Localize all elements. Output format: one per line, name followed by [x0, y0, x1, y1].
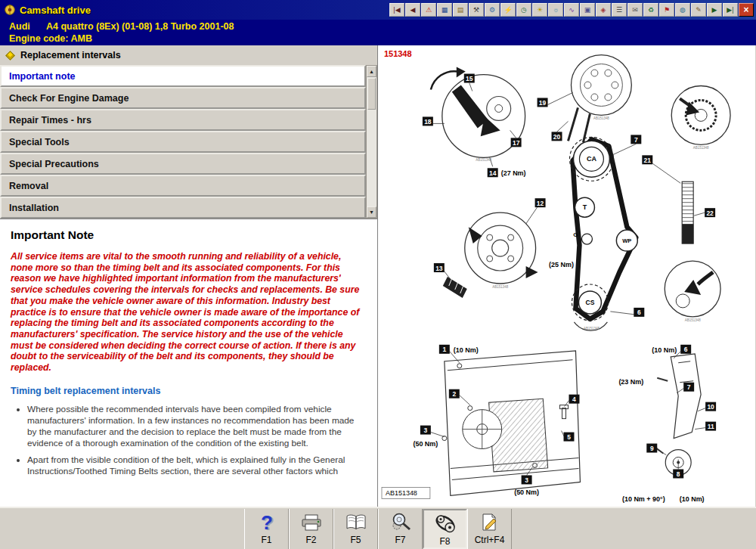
svg-text:AB151348: AB151348 — [476, 158, 491, 162]
component-icon[interactable]: ▣ — [580, 3, 595, 17]
gear-closeup — [671, 86, 730, 145]
topic-scrollbar[interactable]: ▲ ▼ — [366, 65, 377, 219]
diagnostics-icon[interactable]: ◈ — [596, 3, 611, 17]
manual-button[interactable]: F5 — [333, 509, 378, 549]
fn-label: F1 — [261, 535, 271, 545]
notes-icon[interactable]: ✎ — [691, 3, 706, 17]
service-clock-icon[interactable]: ◷ — [516, 3, 531, 17]
sidebar-item-repair-times-hrs[interactable]: Repair Times - hrs — [0, 109, 366, 131]
svg-text:13: 13 — [435, 265, 443, 272]
flag-icon[interactable]: ⚑ — [659, 3, 674, 17]
engine-code: Engine code: AMB — [9, 33, 756, 45]
fn-label: F8 — [439, 536, 450, 547]
menu-icon[interactable]: ☰ — [612, 3, 627, 17]
scroll-down-icon[interactable]: ▼ — [367, 206, 376, 218]
fn-label: F7 — [395, 535, 405, 545]
inspection-icon — [389, 510, 412, 535]
help-button[interactable]: ? ? F1 — [244, 509, 289, 549]
figure-ref-top: 151348 — [384, 49, 412, 58]
bulb-icon[interactable]: ☀ — [532, 3, 547, 17]
svg-text:4: 4 — [572, 395, 576, 403]
arrow-closeup — [665, 261, 720, 317]
svg-text:(23 Nm): (23 Nm) — [618, 378, 643, 386]
bracket-figure — [651, 354, 701, 476]
svg-text:CS: CS — [586, 299, 595, 306]
warning-icon[interactable]: ⚠ — [421, 3, 436, 17]
left-panel: Replacement intervals Important noteChec… — [0, 45, 378, 507]
scroll-up-icon[interactable]: ▲ — [367, 66, 376, 77]
svg-text:AB151348: AB151348 — [593, 116, 609, 120]
aircon-icon[interactable]: ☼ — [548, 3, 563, 17]
svg-text:3: 3 — [525, 476, 528, 484]
electrics-icon[interactable]: ⚡ — [500, 3, 516, 17]
article-title: Important Note — [11, 228, 365, 242]
sidebar-item-check-for-engine-damage[interactable]: Check For Engine Damage — [0, 87, 366, 109]
svg-text:7: 7 — [634, 136, 638, 144]
warning-text: All service items are vital to the smoot… — [11, 251, 365, 374]
nav-forward-icon[interactable]: ▶ — [707, 3, 722, 17]
svg-text:AB151348: AB151348 — [685, 318, 701, 322]
svg-text:(25 Nm): (25 Nm) — [549, 261, 574, 268]
svg-text:7: 7 — [687, 383, 691, 391]
report-icon[interactable]: ▤ — [453, 3, 468, 17]
svg-text:(10 Nm + 90°): (10 Nm + 90°) — [622, 495, 665, 503]
svg-text:18: 18 — [424, 118, 432, 126]
print-button[interactable]: F2 — [289, 509, 333, 549]
svg-text:8: 8 — [677, 470, 680, 478]
svg-text:AB151348: AB151348 — [492, 285, 508, 289]
sidebar-item-important-note[interactable]: Important note — [0, 65, 366, 87]
svg-text:(50 Nm): (50 Nm) — [514, 489, 539, 496]
belt-fragment — [443, 277, 467, 298]
wiring-icon[interactable]: ∿ — [564, 3, 579, 17]
inspection-button[interactable]: F7 — [378, 509, 423, 549]
fn-label: Ctrl+F4 — [475, 535, 505, 545]
settings-gear-icon[interactable]: ⚙ — [485, 3, 500, 17]
diamond-icon — [5, 51, 15, 60]
bullet-item: Apart from the visible condition of the … — [27, 454, 365, 477]
figure-ref-bottom: AB151348 — [386, 489, 417, 497]
svg-text:10: 10 — [707, 403, 714, 411]
belt-schematic — [569, 137, 637, 330]
svg-text:CA: CA — [587, 155, 596, 163]
mail-icon[interactable]: ✉ — [627, 3, 643, 17]
svg-text:WP: WP — [622, 237, 631, 244]
recycle-icon[interactable]: ♻ — [643, 3, 658, 17]
screen-icon[interactable]: ▦ — [437, 3, 452, 17]
help-icon: ? ? — [256, 510, 278, 535]
vehicle-make: Audi — [9, 20, 44, 33]
cam-sprocket-closeup — [568, 55, 631, 143]
svg-text:5: 5 — [567, 433, 571, 441]
svg-text:17: 17 — [513, 139, 520, 147]
fn-label: F5 — [350, 535, 361, 545]
svg-text:(10 Nm): (10 Nm) — [680, 495, 705, 503]
timing-belt-button[interactable]: F8 — [423, 509, 467, 549]
titlebar-toolbar: |◀◀⚠▦▤⚒⚙⚡◷☀☼∿▣◈☰✉♻⚑◍✎▶▶|× — [389, 3, 754, 17]
sidebar-item-installation[interactable]: Installation — [0, 197, 366, 219]
close-document-button[interactable]: Ctrl+F4 — [467, 509, 512, 549]
function-key-toolbar: ? ? F1 F2 F5 — [0, 507, 756, 549]
svg-text:(27 Nm): (27 Nm) — [501, 169, 526, 177]
sidebar-item-removal[interactable]: Removal — [0, 175, 366, 197]
svg-text:20: 20 — [553, 133, 561, 141]
svg-text:3: 3 — [424, 426, 428, 434]
sidebar-item-special-precautions[interactable]: Special Precautions — [0, 153, 366, 175]
svg-text:(50 Nm): (50 Nm) — [413, 440, 438, 448]
nav-back-icon[interactable]: ◀ — [405, 3, 420, 17]
article-subheading: Timing belt replacement intervals — [11, 386, 365, 396]
exit-icon[interactable]: × — [739, 3, 754, 17]
tools-icon[interactable]: ⚒ — [469, 3, 484, 17]
section-title: Replacement intervals — [20, 50, 121, 60]
scrollbar-thumb[interactable] — [367, 78, 376, 110]
sidebar-item-special-tools[interactable]: Special Tools — [0, 131, 366, 153]
bullet-list: Where possible the recommended intervals… — [11, 404, 365, 477]
nav-first-icon[interactable]: |◀ — [389, 3, 404, 17]
section-header: Replacement intervals — [0, 45, 377, 65]
belt-edge-strip — [682, 181, 693, 243]
globe-icon[interactable]: ◍ — [675, 3, 690, 17]
svg-text:9: 9 — [650, 445, 654, 452]
print-icon — [300, 510, 323, 535]
svg-text:T: T — [583, 203, 587, 211]
nav-last-icon[interactable]: ▶| — [723, 3, 738, 17]
svg-text:1: 1 — [442, 346, 446, 353]
crank-pulley-closeup — [465, 212, 538, 284]
